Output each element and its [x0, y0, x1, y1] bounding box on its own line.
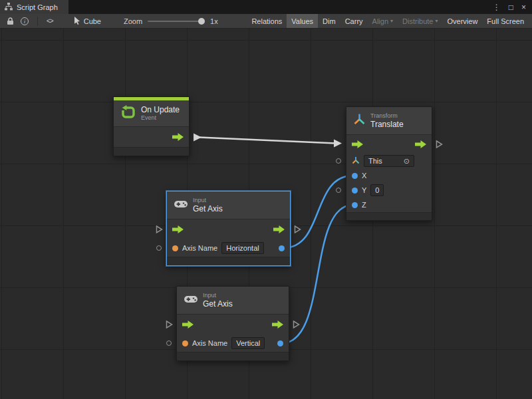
graph-target[interactable]: Cube: [74, 17, 101, 26]
axis-name-label: Axis Name: [192, 339, 227, 347]
unconnected-control-port[interactable]: [166, 321, 173, 329]
node-translate[interactable]: Transform Translate: [346, 106, 432, 221]
node-subtitle: Event: [141, 114, 180, 122]
control-output-port[interactable]: [172, 133, 184, 141]
node-category: Input: [203, 292, 233, 299]
overview-label: Overview: [448, 17, 478, 25]
panel-menu-icon[interactable]: ⋮: [493, 3, 501, 11]
lock-button[interactable]: [7, 17, 14, 25]
node-footer: [114, 147, 189, 156]
node-on-update[interactable]: On Update Event: [113, 96, 190, 156]
target-label: Cube: [84, 17, 101, 25]
this-value: This: [368, 156, 382, 166]
control-output-port[interactable]: [272, 321, 283, 329]
wire-start-arrow: [194, 134, 201, 142]
dim-label: Dim: [323, 17, 336, 25]
info-button[interactable]: i: [21, 17, 29, 25]
axis-output-port[interactable]: [277, 340, 283, 346]
graph-canvas[interactable]: On Update Event: [0, 29, 532, 399]
align-button[interactable]: Align ▾: [368, 14, 398, 28]
node-title: On Update: [141, 105, 180, 114]
carry-button[interactable]: Carry: [340, 14, 368, 28]
axis-name-field[interactable]: Vertical: [231, 337, 265, 349]
graph-icon: [5, 3, 13, 12]
unconnected-control-port[interactable]: [294, 225, 301, 234]
unconnected-value-port[interactable]: [336, 158, 341, 164]
full-screen-label: Full Screen: [487, 17, 524, 25]
values-button[interactable]: Values: [287, 14, 318, 28]
node-footer: [167, 257, 290, 265]
zoom-value: 1x: [210, 17, 218, 25]
unconnected-control-port[interactable]: [436, 140, 443, 149]
overview-button[interactable]: Overview: [443, 14, 483, 28]
node-title: Translate: [370, 120, 404, 129]
unconnected-value-port[interactable]: [166, 340, 172, 346]
info-icon: i: [21, 17, 29, 25]
unconnected-control-port[interactable]: [156, 225, 163, 234]
full-screen-button[interactable]: Full Screen: [482, 14, 529, 28]
pointer-icon: [74, 17, 80, 26]
wire-end-arrow: [334, 140, 342, 148]
node-get-axis-vertical[interactable]: Input Get Axis: [176, 286, 289, 361]
wire-on-update-to-translate[interactable]: [200, 138, 336, 144]
transform-icon: [353, 113, 366, 128]
unconnected-control-port[interactable]: [293, 321, 300, 329]
node-title: Get Axis: [203, 299, 233, 309]
x-port-label: X: [362, 172, 366, 180]
distribute-label: Distribute: [402, 17, 433, 25]
y-port-label: Y: [362, 186, 366, 194]
control-input-port[interactable]: [352, 140, 363, 148]
wire-horizontal-to-x[interactable]: [283, 176, 353, 248]
y-value-field[interactable]: 0: [370, 184, 384, 196]
axis-name-input-port[interactable]: [182, 340, 188, 346]
z-port-label: Z: [362, 201, 366, 209]
node-footer: [346, 212, 432, 220]
relations-button[interactable]: Relations: [247, 14, 287, 28]
carry-label: Carry: [345, 17, 363, 25]
transform-mini-icon: [352, 155, 360, 167]
graph-toolbar: i <> Cube Zoom 1x Relations Values: [0, 14, 532, 29]
toolbar-buttons: Relations Values Dim Carry Align ▾ Distr…: [247, 14, 529, 28]
distribute-button[interactable]: Distribute ▾: [398, 14, 442, 28]
node-category: Transform: [370, 112, 404, 120]
dim-button[interactable]: Dim: [318, 14, 340, 28]
maximize-icon[interactable]: □: [509, 3, 513, 11]
code-icon: <>: [47, 17, 53, 25]
control-output-port[interactable]: [273, 225, 285, 233]
axis-output-port[interactable]: [279, 245, 285, 251]
chevron-down-icon: ▾: [436, 19, 438, 24]
control-output-port[interactable]: [415, 140, 426, 148]
control-input-port[interactable]: [172, 225, 184, 233]
zoom-label: Zoom: [124, 17, 142, 25]
align-label: Align: [372, 17, 388, 25]
node-footer: [177, 352, 289, 360]
toolbar-separator: [37, 17, 38, 26]
code-preview-button[interactable]: <>: [47, 17, 53, 25]
this-object-field[interactable]: This ⊙: [364, 155, 414, 167]
z-input-port[interactable]: [352, 202, 358, 208]
tab-script-graph[interactable]: Script Graph: [0, 0, 68, 14]
object-picker-icon[interactable]: ⊙: [404, 156, 410, 166]
control-input-port[interactable]: [182, 321, 194, 329]
tab-title: Script Graph: [17, 3, 58, 11]
values-label: Values: [291, 17, 313, 25]
node-title: Get Axis: [193, 204, 223, 213]
gamepad-icon: [184, 295, 198, 307]
axis-name-input-port[interactable]: [172, 245, 178, 251]
gamepad-icon: [174, 200, 188, 211]
script-graph-window: Script Graph ⋮ □ × i <>: [0, 0, 532, 399]
zoom-slider[interactable]: [148, 21, 203, 22]
node-get-axis-horizontal[interactable]: Input Get Axis: [166, 191, 291, 266]
chevron-down-icon: ▾: [390, 19, 393, 24]
zoom-slider-knob[interactable]: [198, 18, 205, 25]
unconnected-value-port[interactable]: [336, 188, 341, 193]
axis-name-label: Axis Name: [182, 244, 217, 252]
unconnected-value-port[interactable]: [156, 245, 162, 251]
titlebar: Script Graph ⋮ □ ×: [0, 0, 532, 14]
close-icon[interactable]: ×: [521, 3, 526, 11]
node-category: Input: [193, 197, 223, 204]
loop-event-icon: [120, 104, 136, 123]
x-input-port[interactable]: [352, 173, 358, 179]
axis-name-field[interactable]: Horizontal: [221, 242, 264, 254]
y-input-port[interactable]: [352, 188, 358, 194]
